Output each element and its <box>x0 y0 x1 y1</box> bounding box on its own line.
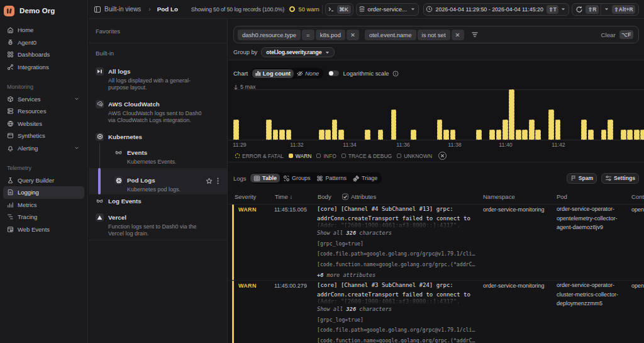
histogram-bar[interactable] <box>608 120 613 140</box>
histogram-bar[interactable] <box>535 130 541 140</box>
show-all-link[interactable]: Show all 326 characters <box>317 305 477 313</box>
log-row[interactable]: WARN 11:45:00.279 [core] [Channel #3 Sub… <box>228 281 644 343</box>
filter-chip[interactable]: k8s.pod <box>316 30 345 40</box>
histogram-bar[interactable] <box>509 89 514 140</box>
histogram-bar[interactable] <box>411 130 416 140</box>
col-body[interactable]: Body <box>318 193 331 200</box>
sidebar-item-logging[interactable]: Logging <box>3 186 84 199</box>
legend-item-error-fatal[interactable]: ERROR & FATAL <box>235 153 284 159</box>
legend-close-icon[interactable] <box>438 152 447 160</box>
col-pod[interactable]: Pod <box>557 193 567 200</box>
refresh-control[interactable]: ⇧R ⇧Alt+R <box>572 3 639 16</box>
histogram-bar[interactable] <box>548 110 554 140</box>
histogram-bar[interactable] <box>325 130 331 140</box>
views-panel-icon[interactable] <box>94 6 101 13</box>
legend-item-warn[interactable]: WARN <box>289 153 312 159</box>
favorite-star-icon[interactable] <box>206 177 213 184</box>
filter-chip[interactable]: is not set <box>418 30 450 40</box>
view-item-aws-cloudwatch[interactable]: AWS CloudWatchAWS CloudWatch logs sent t… <box>89 100 227 125</box>
sidebar-item-alerting[interactable]: Alerting <box>3 142 84 155</box>
chart-mode-none[interactable]: None <box>294 69 322 78</box>
col-attributes[interactable]: Attributes <box>342 193 376 200</box>
view-item-pod-logs[interactable]: Pod LogsKubernetes pod logs. <box>89 168 227 194</box>
histogram-bar[interactable] <box>338 130 344 140</box>
breadcrumb-section[interactable]: Built-in views <box>104 6 141 13</box>
histogram-bar[interactable] <box>588 130 594 140</box>
legend-checkbox[interactable] <box>289 154 293 158</box>
attributes-checkbox[interactable] <box>342 193 348 200</box>
histogram-bar[interactable] <box>332 120 338 140</box>
histogram-bar[interactable] <box>634 130 640 140</box>
histogram-bar[interactable] <box>555 120 561 140</box>
attribute-pill[interactable]: [grpc_log=true] <box>317 240 477 248</box>
view-item-vercel[interactable]: VercelFunction logs sent to Dash0 via th… <box>89 213 227 238</box>
chart-mode-log-count[interactable]: Log count <box>252 69 294 78</box>
sidebar-item-home[interactable]: Home <box>3 24 84 37</box>
histogram-bar[interactable] <box>286 130 292 140</box>
filter-bar[interactable]: dash0.resource.type=k8s.pod✕otel.event.n… <box>233 26 639 43</box>
attribute-pill[interactable]: [code.file.path=google.golang.org/grpc@v… <box>317 250 477 258</box>
histogram-bar[interactable] <box>273 130 279 140</box>
legend-checkbox[interactable] <box>235 154 240 158</box>
legend-checkbox[interactable] <box>341 154 346 158</box>
histogram-bar[interactable] <box>266 120 272 140</box>
sidebar-item-query-builder[interactable]: Query Builder <box>3 174 84 187</box>
legend-item-info[interactable]: INFO <box>316 153 336 159</box>
clear-filters-button[interactable]: Clear <box>601 31 615 38</box>
remove-filter-icon[interactable]: ✕ <box>452 30 464 40</box>
histogram-bar[interactable] <box>640 130 644 140</box>
attribute-pill[interactable]: [code.function.name=google.golang.org/gr… <box>317 261 477 269</box>
sidebar-item-services[interactable]: Services <box>3 93 84 106</box>
histogram-bar[interactable] <box>437 120 443 140</box>
dataset-selector[interactable]: order-service... <box>356 3 419 16</box>
group-by-selector[interactable]: otel.log.severity.range <box>261 47 335 57</box>
col-severity[interactable]: Severity <box>235 193 256 200</box>
view-item-kubernetes[interactable]: Kubernetes <box>89 133 227 141</box>
histogram-bar[interactable] <box>365 130 370 140</box>
legend-checkbox[interactable] <box>316 154 321 158</box>
histogram-bar[interactable] <box>489 130 495 140</box>
histogram-bar[interactable] <box>450 130 456 140</box>
settings-button[interactable]: Settings <box>601 173 639 184</box>
histogram-bar[interactable] <box>621 130 626 140</box>
histogram-bar[interactable] <box>581 120 587 140</box>
tab-patterns[interactable]: Patterns <box>313 174 350 183</box>
timerange-selector[interactable]: 2026-04-04 11:29:50 - 2026-04-04 11:45:2… <box>423 3 570 16</box>
col-container[interactable]: Container <box>631 193 644 200</box>
attribute-pill[interactable]: [grpc_log=true] <box>317 316 477 324</box>
histogram-bar[interactable] <box>601 130 607 140</box>
histogram-bar[interactable] <box>516 130 521 140</box>
histogram-bar[interactable] <box>476 130 482 140</box>
sidebar-item-websites[interactable]: Websites <box>3 118 84 130</box>
spam-button[interactable]: Spam <box>567 173 597 184</box>
sidebar-item-resources[interactable]: Resources <box>3 105 84 118</box>
histogram-bar[interactable] <box>496 130 502 140</box>
histogram-bar[interactable] <box>391 110 397 140</box>
attribute-pill[interactable]: [code.file.path=google.golang.org/grpc@v… <box>317 326 477 334</box>
sidebar-item-dashboards[interactable]: Dashboards <box>3 48 84 61</box>
filter-chip[interactable]: = <box>302 30 314 40</box>
filter-chip[interactable]: dash0.resource.type <box>238 30 301 40</box>
more-attributes-link[interactable]: +6 more attributes <box>317 271 477 279</box>
histogram-bar[interactable] <box>529 120 535 140</box>
sidebar-item-metrics[interactable]: Metrics <box>3 199 84 211</box>
sidebar-item-synthetics[interactable]: Synthetics <box>3 130 84 142</box>
view-item-events[interactable]: EventsKubernetes Events. <box>89 149 227 166</box>
legend-item-unknown[interactable]: UNKNOWN <box>397 153 432 159</box>
histogram-bar[interactable] <box>378 130 384 140</box>
log-row[interactable]: WARN 11:45:15.005 [core] [Channel #4 Sub… <box>228 205 644 281</box>
col-namespace[interactable]: Namespace <box>483 193 515 200</box>
histogram-bar[interactable] <box>319 130 325 140</box>
sidebar-item-web-events[interactable]: Web Events <box>3 223 84 236</box>
filter-chip[interactable]: otel.event.name <box>365 30 416 40</box>
histogram-bar[interactable] <box>627 130 633 140</box>
tab-table[interactable]: Table <box>250 174 280 183</box>
view-item-log-events[interactable]: Log Events <box>89 197 227 205</box>
remove-filter-icon[interactable]: ✕ <box>347 30 359 40</box>
show-all-link[interactable]: Show all 326 characters <box>317 229 477 237</box>
kebab-menu-icon[interactable] <box>217 177 219 184</box>
col-time[interactable]: Time ↓ <box>275 193 292 200</box>
view-item-all-logs[interactable]: All logsAll logs displayed with a genera… <box>89 67 227 92</box>
log-histogram[interactable] <box>228 89 644 140</box>
breadcrumb-current[interactable]: Pod Logs <box>157 6 178 13</box>
